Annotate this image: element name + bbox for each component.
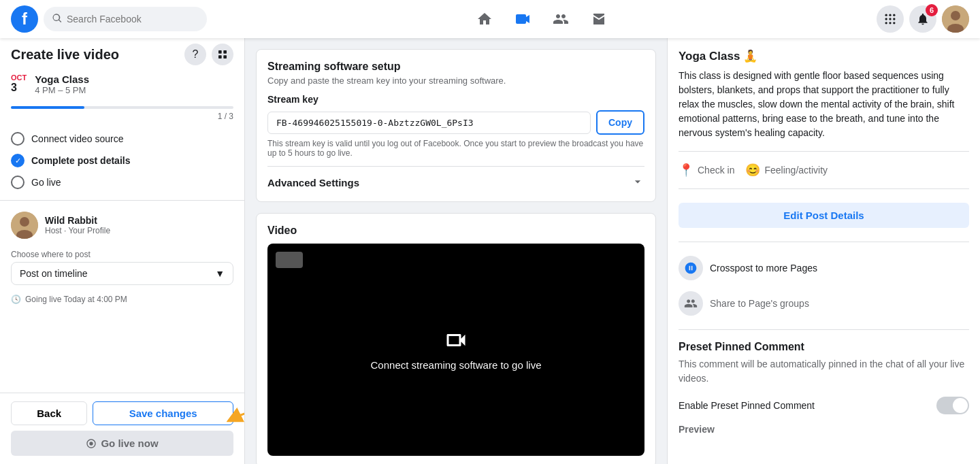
post-dest-value: Post on timeline (20, 268, 88, 279)
step-label-golive: Go live (31, 177, 61, 188)
stream-key-row: Copy (267, 110, 644, 135)
progress-section: 1 / 3 (0, 101, 244, 127)
video-badge (276, 252, 303, 268)
step-circle-post (11, 154, 24, 167)
feeling-icon: 😊 (745, 163, 760, 178)
right-event-title: Yoga Class 🧘 (679, 49, 969, 63)
right-divider-2 (679, 188, 969, 189)
progress-bar-background (11, 106, 233, 109)
step-circle-connect (11, 132, 24, 146)
svg-point-6 (889, 18, 891, 20)
preview-label: Preview (679, 424, 969, 435)
facebook-logo[interactable]: f (11, 5, 38, 33)
sidebar-divider-1 (0, 200, 244, 201)
crosspost-icon (679, 256, 703, 280)
crosspost-row[interactable]: Crosspost to more Pages (679, 250, 969, 286)
home-nav-button[interactable] (468, 3, 501, 35)
svg-rect-15 (223, 50, 227, 54)
nav-center (207, 3, 877, 35)
marketplace-nav-button[interactable] (583, 3, 615, 35)
step-label-post: Complete post details (31, 155, 130, 166)
svg-rect-0 (516, 14, 526, 24)
search-bar[interactable] (44, 7, 207, 31)
svg-marker-1 (526, 15, 529, 23)
svg-point-9 (889, 22, 891, 24)
help-button[interactable]: ? (184, 44, 206, 65)
sidebar: Create live video ? OCT 3 Yoga Class 4 P… (0, 38, 245, 464)
dropdown-arrow-icon: ▼ (215, 268, 225, 279)
video-card: Video Connect streaming software to go l… (256, 213, 656, 464)
advanced-settings-row[interactable]: Advanced Settings (267, 166, 644, 190)
profile-avatar-button[interactable] (942, 5, 969, 33)
host-info: Wild Rabbit Host · Your Profile (45, 215, 110, 235)
action-buttons-row: Back Save changes (11, 401, 233, 425)
right-divider-1 (679, 151, 969, 152)
go-live-now-button[interactable]: Go live now (11, 431, 233, 456)
progress-label: 1 / 3 (11, 112, 233, 121)
share-to-groups-row[interactable]: Share to Page's groups (679, 286, 969, 321)
event-time: 4 PM – 5 PM (35, 85, 89, 95)
advanced-chevron-icon (631, 175, 644, 190)
save-changes-button[interactable]: Save changes (93, 401, 233, 425)
preset-toggle-row: Enable Preset Pinned Comment (679, 394, 969, 417)
going-live-info: 🕓 Going live Today at 4:00 PM (0, 295, 244, 304)
stream-key-note: This stream key is valid until you log o… (267, 139, 644, 158)
crosspost-label: Crosspost to more Pages (710, 263, 817, 274)
host-avatar (11, 212, 38, 239)
minimize-button[interactable] (212, 44, 233, 65)
step-circle-golive (11, 176, 24, 189)
step-label-connect: Connect video source (31, 133, 123, 144)
toggle-knob (953, 398, 968, 413)
post-destination-section: Choose where to post Post on timeline ▼ (0, 244, 244, 291)
stream-key-input[interactable] (267, 112, 591, 134)
svg-rect-16 (218, 55, 222, 59)
search-icon (52, 13, 63, 26)
feeling-label: Feeling/activity (764, 165, 828, 176)
friends-nav-button[interactable] (544, 3, 577, 35)
host-section: Wild Rabbit Host · Your Profile (0, 206, 244, 244)
copy-stream-key-button[interactable]: Copy (596, 110, 644, 135)
preset-pinned-toggle[interactable] (936, 397, 969, 414)
video-nav-button[interactable] (506, 3, 539, 35)
nav-right: 6 (877, 5, 969, 33)
right-event-desc: This class is designed with gentle floor… (679, 69, 969, 140)
check-in-button[interactable]: 📍 Check in (679, 163, 734, 178)
svg-point-21 (90, 442, 93, 445)
svg-point-4 (893, 14, 895, 16)
stream-key-label: Stream key (267, 94, 644, 105)
video-section-label: Video (267, 225, 644, 237)
streaming-setup-title: Streaming software setup (267, 61, 644, 73)
share-groups-icon (679, 291, 703, 316)
sidebar-title: Create live video (11, 47, 119, 63)
progress-bar-fill (11, 106, 84, 109)
apps-button[interactable] (877, 5, 904, 33)
svg-point-12 (951, 11, 960, 20)
post-destination-select[interactable]: Post on timeline ▼ (11, 262, 233, 285)
main-layout: Create live video ? OCT 3 Yoga Class 4 P… (0, 38, 980, 464)
sidebar-bottom: Back Save changes Go live now (0, 393, 244, 464)
video-player: Connect streaming software to go live (267, 244, 644, 456)
feeling-activity-button[interactable]: 😊 Feeling/activity (745, 163, 828, 178)
checkin-label: Check in (698, 165, 734, 176)
right-divider-3 (679, 242, 969, 242)
go-live-label: Go live now (101, 437, 158, 449)
back-button[interactable]: Back (11, 401, 87, 425)
right-divider-4 (679, 329, 969, 330)
going-live-text: Going live Today at 4:00 PM (25, 295, 127, 304)
clock-icon: 🕓 (11, 295, 21, 304)
step-go-live: Go live (11, 176, 233, 189)
top-navigation: f 6 (0, 0, 980, 38)
search-input[interactable] (67, 14, 199, 24)
edit-post-details-button[interactable]: Edit Post Details (679, 203, 969, 228)
svg-point-8 (885, 22, 887, 24)
streaming-setup-subtitle: Copy and paste the stream key into your … (267, 76, 644, 86)
checkin-row: 📍 Check in 😊 Feeling/activity (679, 160, 969, 180)
preset-title: Preset Pinned Comment (679, 341, 969, 353)
svg-point-7 (893, 18, 895, 20)
preset-desc: This comment will be automatically pinne… (679, 357, 969, 386)
step-connect-video: Connect video source (11, 132, 233, 146)
svg-rect-17 (223, 55, 227, 59)
video-connect-text: Connect streaming software to go live (371, 359, 542, 371)
event-month: OCT (11, 73, 27, 82)
event-name: Yoga Class (35, 73, 89, 85)
